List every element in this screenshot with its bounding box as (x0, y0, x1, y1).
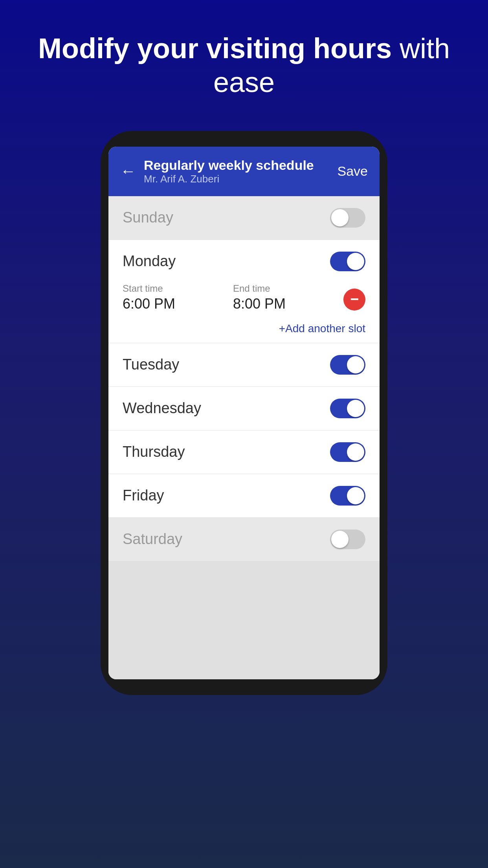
monday-start-label: Start time (123, 283, 175, 294)
toggle-knob-saturday (331, 531, 349, 548)
day-row-friday: Friday (108, 474, 380, 518)
remove-slot-button[interactable]: − (343, 289, 365, 311)
toggle-knob-monday (347, 253, 364, 270)
monday-end-value[interactable]: 8:00 PM (233, 296, 286, 312)
day-name-wednesday: Wednesday (123, 400, 201, 417)
toggle-knob-wednesday (347, 400, 364, 417)
day-name-saturday: Saturday (123, 531, 182, 548)
monday-end-label: End time (233, 283, 286, 294)
back-button[interactable]: ← (120, 162, 136, 180)
app-bar-subtitle: Mr. Arif A. Zuberi (144, 173, 314, 185)
monday-time-slots: Start time 6:00 PM End time 8:00 PM − +A… (123, 271, 365, 335)
day-row-sunday: Sunday (108, 196, 380, 240)
day-row-tuesday: Tuesday (108, 343, 380, 387)
monday-start-value[interactable]: 6:00 PM (123, 296, 175, 312)
day-name-thursday: Thursday (123, 443, 185, 460)
app-bar: ← Regularly weekly schedule Mr. Arif A. … (108, 147, 380, 196)
bottom-area (108, 561, 380, 679)
monday-start-block: Start time 6:00 PM (123, 283, 175, 312)
day-name-monday: Monday (123, 253, 176, 270)
add-slot-button[interactable]: +Add another slot (279, 322, 365, 335)
toggle-knob-sunday (331, 209, 349, 226)
day-name-friday: Friday (123, 487, 164, 504)
toggle-saturday[interactable] (330, 530, 365, 549)
toggle-knob-tuesday (347, 356, 364, 373)
monday-slot-1: Start time 6:00 PM End time 8:00 PM − (123, 279, 365, 316)
phone-frame: ← Regularly weekly schedule Mr. Arif A. … (101, 131, 387, 695)
toggle-knob-thursday (347, 443, 364, 461)
headline: Modify your visiting hours with ease (0, 31, 488, 99)
toggle-thursday[interactable] (330, 442, 365, 462)
add-slot-row: +Add another slot (123, 316, 365, 335)
toggle-tuesday[interactable] (330, 355, 365, 375)
save-button[interactable]: Save (338, 164, 368, 179)
day-row-wednesday: Wednesday (108, 387, 380, 430)
day-name-sunday: Sunday (123, 209, 173, 226)
phone-screen: ← Regularly weekly schedule Mr. Arif A. … (108, 147, 380, 679)
monday-end-block: End time 8:00 PM (233, 283, 286, 312)
toggle-monday[interactable] (330, 252, 365, 271)
toggle-knob-friday (347, 487, 364, 504)
toggle-friday[interactable] (330, 486, 365, 506)
app-bar-title: Regularly weekly schedule (144, 158, 314, 173)
day-row-monday: Monday Start time 6:00 PM End time 8:00 … (108, 240, 380, 343)
day-row-thursday: Thursday (108, 430, 380, 474)
day-row-saturday: Saturday (108, 518, 380, 561)
day-name-tuesday: Tuesday (123, 356, 179, 373)
toggle-wednesday[interactable] (330, 399, 365, 418)
headline-bold: Modify your visiting hours (38, 33, 392, 64)
toggle-sunday[interactable] (330, 208, 365, 228)
